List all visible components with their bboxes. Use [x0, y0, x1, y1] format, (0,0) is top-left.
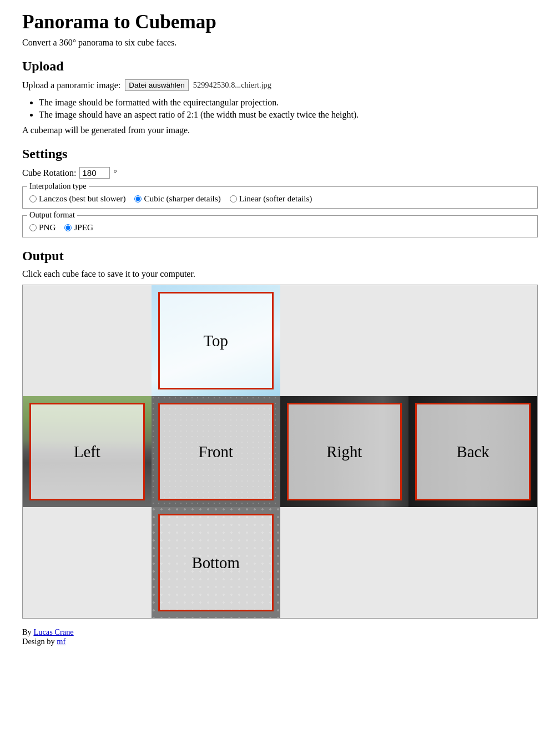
interp-lanczos-radio[interactable] — [29, 195, 37, 203]
file-choose-button[interactable]: Datei auswählen — [125, 79, 189, 91]
output-format-options: PNG JPEG — [29, 220, 531, 232]
interp-cubic-label: Cubic (sharper details) — [144, 194, 220, 204]
cell-front: Front — [152, 396, 280, 507]
format-jpeg-label: JPEG — [74, 222, 93, 232]
front-face-button[interactable]: Front — [158, 403, 274, 500]
format-jpeg-option[interactable]: JPEG — [64, 222, 93, 232]
hint-2: The image should have an aspect ratio of… — [39, 110, 538, 120]
format-png-option[interactable]: PNG — [29, 222, 56, 232]
footer-design-text: Design by — [22, 637, 57, 646]
page-subtitle: Convert a 360° panorama to six cube face… — [22, 38, 538, 48]
cell-top: Top — [152, 285, 280, 396]
footer-author-line: By Lucas Crane — [22, 627, 538, 637]
file-name-display: 529942530.8...chiert.jpg — [193, 80, 271, 90]
interp-cubic-radio[interactable] — [134, 195, 142, 203]
hint-1: The image should be formatted with the e… — [39, 98, 538, 108]
upload-label: Upload a panoramic image: — [22, 80, 120, 90]
cell-bottom: Bottom — [152, 507, 280, 618]
interp-linear-radio[interactable] — [230, 195, 237, 203]
footer: By Lucas Crane Design by mf — [22, 627, 538, 646]
cell-empty-r1c4 — [408, 285, 537, 396]
output-format-legend: Output format — [27, 210, 77, 220]
output-instruction: Click each cube face to save it to your … — [22, 269, 538, 279]
interp-lanczos-option[interactable]: Lanczos (best but slower) — [29, 194, 125, 204]
interp-cubic-option[interactable]: Cubic (sharper details) — [134, 194, 220, 204]
output-format-group: Output format PNG JPEG — [22, 215, 538, 237]
back-face-button[interactable]: Back — [415, 403, 531, 500]
settings-heading: Settings — [22, 146, 538, 161]
upload-note: A cubemap will be generated from your im… — [22, 125, 538, 135]
cell-empty-r1c3 — [280, 285, 409, 396]
footer-design-link[interactable]: mf — [57, 637, 65, 646]
cell-empty-r3c3 — [280, 507, 409, 618]
interpolation-group: Interpolation type Lanczos (best but slo… — [22, 186, 538, 209]
footer-by-text: By — [22, 627, 33, 636]
interp-lanczos-label: Lanczos (best but slower) — [39, 194, 125, 204]
upload-hints: The image should be formatted with the e… — [39, 98, 538, 120]
interp-linear-option[interactable]: Linear (softer details) — [230, 194, 312, 204]
interpolation-options: Lanczos (best but slower) Cubic (sharper… — [29, 191, 531, 204]
upload-row: Upload a panoramic image: Datei auswähle… — [22, 79, 538, 91]
upload-heading: Upload — [22, 59, 538, 74]
cube-rotation-label: Cube Rotation: — [22, 168, 76, 178]
left-face-button[interactable]: Left — [29, 403, 145, 500]
format-png-radio[interactable] — [29, 224, 37, 231]
cube-rotation-input[interactable] — [79, 167, 110, 179]
top-face-button[interactable]: Top — [158, 292, 274, 389]
bottom-face-button[interactable]: Bottom — [158, 514, 274, 611]
cell-back: Back — [408, 396, 537, 507]
cell-empty-r3c4 — [408, 507, 537, 618]
page-title: Panorama to Cubemap — [22, 11, 538, 33]
cell-right: Right — [280, 396, 409, 507]
cell-empty-r3c1 — [23, 507, 152, 618]
degree-symbol: ° — [113, 168, 117, 178]
cubemap-container: Top Left Front Right Back Bottom — [22, 285, 538, 619]
interp-linear-label: Linear (softer details) — [239, 194, 312, 204]
cube-rotation-row: Cube Rotation: ° — [22, 167, 538, 179]
cell-left: Left — [23, 396, 152, 507]
cell-empty-r1c1 — [23, 285, 152, 396]
footer-author-link[interactable]: Lucas Crane — [33, 627, 73, 636]
interpolation-legend: Interpolation type — [27, 181, 89, 191]
cubemap-grid: Top Left Front Right Back Bottom — [23, 285, 537, 618]
footer-design-line: Design by mf — [22, 637, 538, 646]
right-face-button[interactable]: Right — [287, 403, 402, 500]
output-heading: Output — [22, 249, 538, 264]
format-jpeg-radio[interactable] — [64, 224, 72, 231]
format-png-label: PNG — [39, 222, 56, 232]
